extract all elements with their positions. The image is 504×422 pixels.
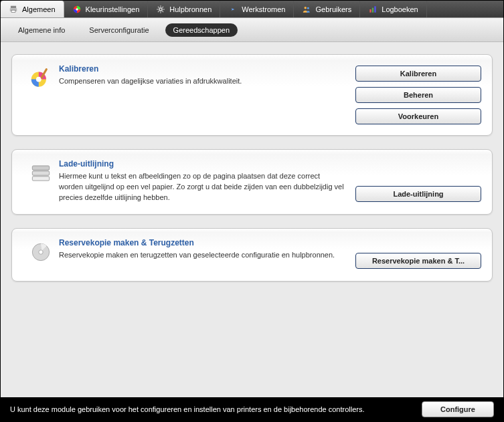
panel-calibrate: Kalibreren Compenseren van dagelijkse va… [11, 54, 493, 136]
tab-users[interactable]: Gebruikers [294, 1, 360, 17]
tab-color[interactable]: Kleurinstellingen [64, 1, 149, 17]
tab-general[interactable]: Algemeen [1, 1, 64, 17]
svg-rect-25 [32, 177, 49, 181]
disc-icon [23, 238, 59, 270]
svg-rect-18 [372, 7, 373, 12]
footer-bar: U kunt deze module gebruiken voor het co… [1, 397, 503, 421]
content-area: Kalibreren Compenseren van dagelijkse va… [1, 42, 503, 397]
chart-icon [368, 5, 377, 14]
svg-line-11 [163, 11, 164, 12]
configure-button[interactable]: Configure [422, 401, 494, 417]
panel-tray-alignment: Lade-uitlijning Hiermee kunt u tekst en … [11, 149, 493, 215]
tab-users-label: Gebruikers [315, 5, 351, 13]
gear-icon [156, 5, 165, 14]
svg-rect-17 [370, 9, 371, 13]
svg-point-27 [39, 250, 43, 254]
subtab-server-config[interactable]: Serverconfiguratie [81, 23, 157, 37]
svg-point-21 [36, 77, 41, 82]
color-wheel-icon [72, 5, 82, 14]
tab-logs-label: Logboeken [382, 5, 418, 13]
tray-desc: Hiermee kunt u tekst en afbeeldingen zo … [59, 171, 345, 203]
tab-resources-label: Hulpbronnen [169, 5, 212, 13]
backup-restore-button[interactable]: Reservekopie maken & T... [355, 253, 481, 269]
top-tab-bar: Algemeen Kleurinstellingen Hulpbronnen W… [1, 1, 503, 18]
backup-desc: Reservekopie maken en terugzetten van ge… [59, 250, 345, 261]
tab-color-label: Kleurinstellingen [86, 5, 140, 13]
calibrate-button[interactable]: Kalibreren [355, 66, 481, 82]
tab-workflows[interactable]: Werkstromen [220, 1, 294, 17]
svg-point-14 [160, 8, 161, 9]
panel-backup-restore: Reservekopie maken & Terugzetten Reserve… [11, 228, 493, 282]
tab-general-label: Algemeen [22, 5, 56, 13]
tab-resources[interactable]: Hulpbronnen [148, 1, 220, 17]
workflow-icon [228, 5, 238, 14]
calibrate-desc: Compenseren van dagelijkse variaties in … [59, 76, 345, 87]
svg-line-12 [158, 11, 159, 12]
svg-point-15 [305, 6, 307, 8]
manage-button[interactable]: Beheren [355, 87, 481, 103]
svg-line-13 [163, 6, 164, 7]
backup-title: Reservekopie maken & Terugzetten [59, 238, 345, 247]
tab-logs[interactable]: Logboeken [360, 1, 426, 17]
sub-tab-bar: Algemene info Serverconfiguratie Gereeds… [1, 18, 503, 42]
svg-line-10 [158, 6, 159, 7]
calibrate-icon [23, 64, 59, 124]
svg-rect-0 [11, 5, 16, 8]
svg-rect-24 [32, 171, 49, 175]
users-icon [302, 5, 311, 14]
svg-point-4 [76, 8, 78, 11]
prefs-button[interactable]: Voorkeuren [355, 108, 481, 124]
svg-rect-19 [375, 6, 376, 12]
footer-text: U kunt deze module gebruiken voor het co… [10, 405, 412, 413]
tray-icon [23, 159, 59, 203]
svg-rect-23 [32, 166, 49, 170]
tab-workflows-label: Werkstromen [242, 5, 285, 13]
subtab-tools[interactable]: Gereedschappen [165, 23, 238, 37]
tray-title: Lade-uitlijning [59, 159, 345, 169]
svg-rect-2 [11, 10, 15, 13]
calibrate-title: Kalibreren [59, 64, 345, 74]
printer-icon [9, 5, 18, 14]
svg-point-16 [307, 7, 309, 9]
tray-alignment-button[interactable]: Lade-uitlijning [355, 186, 481, 202]
subtab-general-info[interactable]: Algemene info [10, 23, 73, 37]
